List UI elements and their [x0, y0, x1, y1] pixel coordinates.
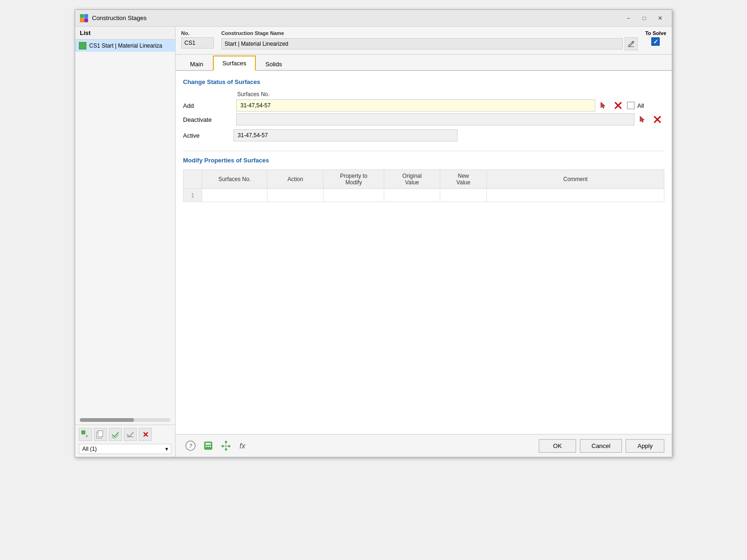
formula-icon: fx: [239, 441, 249, 451]
svg-text:?: ?: [189, 442, 192, 449]
row-surfaces[interactable]: [202, 189, 268, 202]
col-header-num: [183, 170, 202, 189]
to-solve-section: To Solve: [645, 30, 666, 50]
check-icon: [111, 430, 120, 439]
uncheck-icon: [126, 430, 134, 439]
surfaces-header-row: Surfaces No.: [183, 91, 664, 98]
main-panel: No. Construction Stage Name: [176, 27, 672, 457]
apply-button[interactable]: Apply: [626, 439, 664, 453]
check-all-button[interactable]: [109, 428, 122, 441]
all-label: All: [637, 102, 644, 109]
add-label: Add: [183, 100, 234, 111]
calculator-icon: [203, 441, 213, 451]
all-checkbox-wrap: All: [627, 102, 664, 109]
dropdown-arrow-icon: ▾: [165, 446, 168, 452]
red-x-icon-2: [653, 115, 662, 124]
row-action[interactable]: [268, 189, 324, 202]
delete-stage-button[interactable]: ✕: [139, 428, 152, 441]
no-input[interactable]: [181, 37, 214, 49]
sidebar-scroll-area: [75, 415, 175, 425]
copy-icon: [96, 430, 105, 439]
active-row: Active: [183, 129, 664, 141]
sidebar-scrollbar[interactable]: [80, 418, 170, 422]
tab-solids[interactable]: Solids: [257, 57, 291, 71]
uncheck-all-button[interactable]: [124, 428, 137, 441]
sidebar: List CS1 Start | Material Lineariza: [75, 27, 176, 457]
svg-rect-1: [85, 14, 88, 18]
deactivate-row: Deactivate: [183, 113, 664, 126]
sidebar-footer: +: [75, 425, 175, 457]
svg-text:+: +: [85, 434, 88, 439]
row-property[interactable]: [324, 189, 384, 202]
change-status-title: Change Status of Surfaces: [183, 78, 664, 85]
no-field: No.: [181, 30, 214, 50]
col-header-comment: Comment: [487, 170, 664, 189]
bottom-toolbar: ?: [176, 434, 672, 457]
deactivate-clear-button[interactable]: [651, 113, 663, 126]
content-area: List CS1 Start | Material Lineariza: [75, 27, 672, 457]
svg-point-22: [222, 445, 224, 448]
add-icon: +: [81, 430, 90, 439]
help-button[interactable]: ?: [183, 438, 198, 453]
row-new[interactable]: [440, 189, 487, 202]
sidebar-header: List: [75, 27, 175, 40]
tab-main[interactable]: Main: [181, 57, 212, 71]
section-divider: [183, 151, 664, 151]
svg-rect-18: [205, 446, 207, 447]
sidebar-list: CS1 Start | Material Lineariza: [75, 40, 175, 415]
panel-content: Change Status of Surfaces Surfaces No. A…: [176, 71, 672, 434]
header-row: No. Construction Stage Name: [176, 27, 672, 55]
formula-button[interactable]: fx: [236, 438, 251, 453]
col-header-surfaces: Surfaces No.: [202, 170, 268, 189]
svg-text:fx: fx: [240, 442, 246, 450]
add-stage-button[interactable]: +: [79, 428, 92, 441]
maximize-button[interactable]: □: [637, 13, 651, 24]
svg-point-23: [228, 445, 231, 448]
help-icon: ?: [185, 441, 196, 451]
row-original[interactable]: [384, 189, 440, 202]
add-select-button[interactable]: [597, 99, 609, 112]
add-clear-button[interactable]: [612, 99, 624, 112]
cursor-icon: [599, 101, 607, 110]
stage-color-indicator: [79, 42, 86, 49]
calculator-button[interactable]: [201, 438, 216, 453]
svg-rect-3: [85, 19, 88, 22]
app-icon: [80, 14, 88, 22]
name-input[interactable]: [221, 38, 623, 49]
modify-title: Modify Properties of Surfaces: [183, 157, 664, 164]
title-bar-left: Construction Stages: [80, 14, 147, 22]
to-solve-checkbox[interactable]: [651, 37, 660, 46]
name-label: Construction Stage Name: [221, 30, 638, 36]
copy-stage-button[interactable]: [94, 428, 107, 441]
sidebar-dropdown[interactable]: All (1) ▾: [79, 444, 171, 454]
window-title: Construction Stages: [92, 14, 147, 21]
name-input-wrap: [221, 37, 638, 50]
cancel-button[interactable]: Cancel: [580, 439, 622, 453]
deactivate-input[interactable]: [236, 113, 634, 126]
col-header-action: Action: [268, 170, 324, 189]
col-header-original: OriginalValue: [384, 170, 440, 189]
bottom-left-tools: ?: [183, 438, 251, 453]
dropdown-label: All (1): [82, 446, 97, 452]
name-field: Construction Stage Name: [221, 30, 638, 50]
deactivate-select-button[interactable]: [636, 113, 648, 126]
all-checkbox[interactable]: [627, 102, 634, 109]
modify-section: Modify Properties of Surfaces Surfaces N…: [183, 157, 664, 202]
name-edit-button[interactable]: [625, 37, 638, 50]
add-input[interactable]: [236, 99, 595, 112]
col-header-new: NewValue: [440, 170, 487, 189]
active-label: Active: [183, 132, 230, 139]
minimize-button[interactable]: −: [621, 13, 635, 24]
tab-surfaces[interactable]: Surfaces: [213, 56, 255, 71]
to-solve-label: To Solve: [645, 30, 666, 36]
tree-button[interactable]: [218, 438, 233, 453]
svg-point-21: [225, 441, 227, 443]
surfaces-no-header: Surfaces No.: [234, 91, 664, 98]
close-button[interactable]: ✕: [653, 13, 667, 24]
sidebar-item[interactable]: CS1 Start | Material Lineariza: [75, 40, 175, 52]
title-buttons: − □ ✕: [621, 13, 667, 24]
properties-table: Surfaces No. Action Property toModify Or…: [183, 169, 664, 202]
row-comment[interactable]: [487, 189, 664, 202]
ok-button[interactable]: OK: [539, 439, 576, 453]
svg-rect-7: [98, 431, 103, 437]
